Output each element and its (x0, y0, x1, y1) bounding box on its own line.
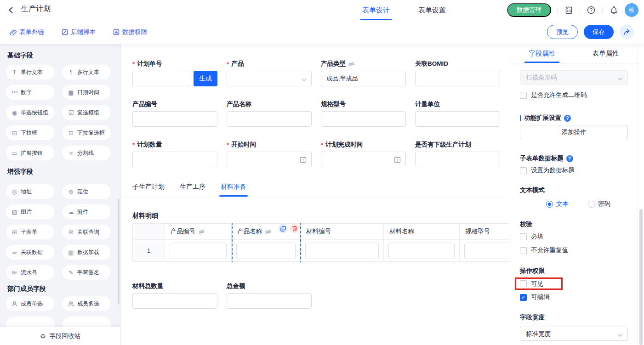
data-manage-button[interactable]: 数据管理 (507, 3, 551, 17)
cell-material-name-input[interactable] (388, 243, 455, 259)
contacts-book-icon[interactable]: A (564, 5, 574, 15)
tab-form-properties[interactable]: 表单属性 (574, 44, 638, 63)
field-type-image[interactable]: 图片 (6, 204, 54, 219)
has-sub-plan-input[interactable] (415, 152, 500, 167)
tab-sub-production-plan[interactable]: 子生产计划 (132, 183, 165, 197)
field-type-linked-data[interactable]: 关联数据 (6, 245, 54, 260)
checkbox[interactable] (520, 280, 527, 287)
visible-checkbox-highlighted[interactable]: 可见 (515, 277, 563, 290)
field-bom-id[interactable]: 关联BOMID (415, 60, 500, 86)
share-button[interactable] (620, 25, 634, 39)
help-icon[interactable]: ? (564, 115, 571, 122)
required-checkbox[interactable]: 必填 (520, 232, 628, 241)
unit-input[interactable] (415, 111, 500, 127)
field-type-multi-line-text[interactable]: 多行文本 (63, 65, 111, 79)
notification-bell-icon[interactable] (609, 5, 619, 15)
field-type-checkbox-group[interactable]: 复选框组 (63, 105, 111, 120)
field-type-subform[interactable]: 子表单 (6, 225, 54, 239)
field-width-select[interactable]: 标准宽度 (520, 327, 628, 341)
tab-production-process[interactable]: 生产工序 (180, 183, 205, 197)
user-avatar[interactable]: 检 (625, 3, 638, 17)
text-mode-radio-password[interactable]: 密码 (588, 200, 610, 208)
tab-form-settings[interactable]: 表单设置 (418, 0, 446, 20)
field-recycle-bin[interactable]: ♻ 字段回收站 (0, 327, 120, 345)
field-type-member-single[interactable]: 成员单选 (6, 296, 54, 311)
bom-id-input[interactable] (415, 71, 500, 86)
generate-button[interactable]: 生成 (194, 71, 217, 86)
field-type-member-multi[interactable]: 成员多选 (63, 296, 111, 311)
spec-model-input[interactable] (321, 111, 406, 127)
checkbox[interactable] (520, 167, 527, 174)
editable-checkbox[interactable]: ✓ 可编辑 (520, 293, 628, 301)
tab-field-properties[interactable]: 字段属性 (510, 44, 574, 63)
data-permission-link[interactable]: 数据权限 (113, 28, 147, 36)
scrollbar-thumb[interactable] (639, 209, 643, 345)
help-icon[interactable]: ? (566, 155, 573, 162)
set-data-title-checkbox[interactable]: 设置为数据标题 (520, 166, 628, 175)
sidebar-scrollbar[interactable] (118, 199, 120, 305)
field-type-linked-query[interactable]: 关联查询 (63, 225, 111, 239)
field-start-time[interactable]: *开始时间 7 (227, 141, 312, 167)
delete-column-button[interactable] (290, 224, 299, 233)
field-has-sub-plan[interactable]: 是否有下级生产计划 (415, 141, 500, 167)
tab-material-preparation[interactable]: 材料准备 (221, 183, 246, 197)
allow-qrcode-checkbox[interactable]: 是否允许生成二维码 (520, 91, 628, 99)
product-type-input[interactable]: 成品,半成品 (321, 71, 406, 86)
barcode-select[interactable]: 扫描条形码 (520, 70, 628, 85)
field-type-action-button[interactable]: 扩展按钮 (6, 146, 54, 160)
field-plan-qty[interactable]: *计划数量 (132, 141, 217, 167)
page-title[interactable]: 生产计划 (21, 4, 51, 16)
total-qty-input[interactable] (132, 293, 217, 309)
total-amount-input[interactable] (227, 293, 312, 309)
field-product-code[interactable]: 产品编号 (132, 100, 217, 127)
field-spec-model[interactable]: 规格型号 (321, 100, 406, 127)
copy-column-button[interactable] (278, 224, 288, 233)
column-header-material-name[interactable]: 材料名称 (384, 224, 460, 239)
no-duplicate-checkbox[interactable]: 不允许重复值 (520, 246, 628, 255)
checkbox[interactable] (520, 247, 527, 254)
column-header-material-code[interactable]: 材料编号 (301, 224, 384, 239)
plan-no-input[interactable] (132, 71, 190, 86)
start-time-input[interactable]: 7 (227, 152, 312, 167)
field-type-serial-number[interactable]: 流水号 (6, 265, 54, 280)
field-type-divider[interactable]: 分割线 (63, 146, 111, 160)
checkbox[interactable] (520, 92, 527, 99)
cell-product-code-input[interactable] (170, 243, 227, 259)
field-plan-no[interactable]: *计划单号 生成 (132, 60, 217, 86)
checkbox-checked[interactable]: ✓ (520, 294, 527, 301)
preview-button[interactable]: 预览 (547, 25, 578, 39)
product-name-input[interactable] (227, 111, 312, 127)
radio[interactable] (588, 201, 595, 208)
field-type-dropdown[interactable]: 下拉框 (6, 125, 54, 140)
field-type-address[interactable]: 地址 (6, 184, 54, 199)
field-unit[interactable]: 计量单位 (415, 100, 500, 127)
field-type-signature[interactable]: 手写签名 (63, 265, 111, 280)
field-product-type[interactable]: 产品类型 成品,半成品 (321, 60, 406, 86)
field-total-qty[interactable]: 材料总数量 (132, 282, 217, 309)
field-type-datetime[interactable]: 日期时间 (63, 85, 111, 100)
form-external-link[interactable]: 表单外链 (10, 28, 44, 36)
cell-material-code-input[interactable] (305, 243, 379, 259)
column-header-product-code[interactable]: 产品编号 (165, 224, 232, 239)
field-type-multi-dropdown[interactable]: 下拉复选框 (63, 125, 111, 140)
field-product[interactable]: *产品 (227, 60, 312, 86)
save-button[interactable]: 保存 (584, 25, 614, 39)
field-type-data-load[interactable]: 数据加载 (63, 245, 111, 260)
field-type-attachment[interactable]: 附件 (63, 204, 111, 219)
text-mode-radio-text[interactable]: 文本 (546, 200, 569, 208)
back-icon[interactable] (6, 6, 16, 15)
column-header-spec-model[interactable]: 规格型号 (460, 224, 509, 239)
help-icon[interactable]: ? (586, 5, 596, 15)
plan-qty-input[interactable] (132, 152, 217, 167)
radio-selected[interactable] (546, 201, 553, 208)
field-finish-time[interactable]: *计划完成时间 7 (321, 141, 406, 167)
finish-time-input[interactable]: 7 (321, 152, 406, 167)
cell-spec-model-input[interactable] (464, 243, 509, 259)
tab-form-design[interactable]: 表单设计 (362, 0, 390, 20)
field-type-number[interactable]: 数字 (6, 85, 54, 100)
product-select[interactable] (227, 71, 312, 86)
add-action-button[interactable]: 添加操作 (520, 125, 628, 139)
checkbox[interactable] (520, 233, 527, 240)
product-code-input[interactable] (132, 111, 217, 127)
field-total-amount[interactable]: 总金额 (227, 282, 312, 309)
